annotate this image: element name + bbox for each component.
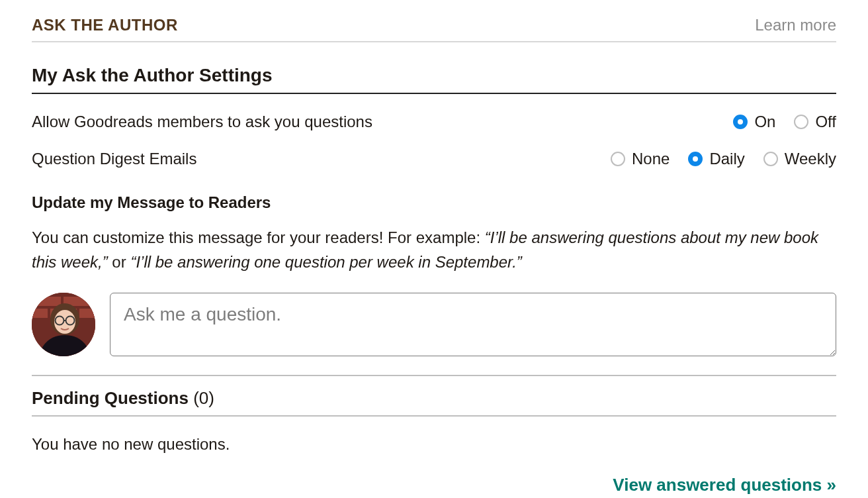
update-message-help: You can customize this message for your … [32,225,836,274]
help-prefix: You can customize this message for your … [32,228,485,246]
settings-section-title: My Ask the Author Settings [32,65,836,94]
update-message-heading: Update my Message to Readers [32,193,836,212]
pending-empty-message: You have no new questions. [32,435,836,454]
help-or: or [108,253,131,271]
allow-questions-radio-group: On Off [733,113,836,131]
radio-icon [794,115,808,129]
help-example-2: “I’ll be answering one question per week… [130,253,521,271]
radio-icon [688,152,703,166]
allow-questions-off-radio[interactable]: Off [794,113,836,131]
pending-questions-section: Pending Questions (0) You have no new qu… [32,375,836,454]
page-header-title: ASK THE AUTHOR [32,16,178,34]
radio-label: Daily [709,150,744,168]
radio-icon [733,115,748,129]
setting-digest-emails: Question Digest Emails None Daily Weekly [32,150,836,168]
radio-icon [763,152,778,166]
digest-radio-group: None Daily Weekly [611,150,836,168]
radio-label: None [632,150,670,168]
svg-rect-4 [32,309,48,318]
pending-questions-count: (0) [193,388,214,408]
radio-label: On [754,113,775,131]
learn-more-link[interactable]: Learn more [755,16,836,34]
digest-weekly-radio[interactable]: Weekly [763,150,836,168]
digest-none-radio[interactable]: None [611,150,670,168]
radio-icon [611,152,625,166]
radio-label: Off [815,113,836,131]
setting-digest-label: Question Digest Emails [32,150,196,168]
digest-daily-radio[interactable]: Daily [688,150,744,168]
avatar-image-icon [32,293,95,356]
svg-rect-6 [79,309,95,318]
pending-questions-title: Pending Questions (0) [32,376,836,417]
view-answered-questions-link[interactable]: View answered questions » [613,475,836,495]
setting-allow-questions-label: Allow Goodreads members to ask you quest… [32,113,372,131]
setting-allow-questions: Allow Goodreads members to ask you quest… [32,113,836,131]
message-to-readers-input[interactable] [110,293,836,356]
pending-questions-label: Pending Questions [32,388,189,408]
svg-rect-2 [34,297,61,306]
compose-row [32,293,836,356]
allow-questions-on-radio[interactable]: On [733,113,775,131]
radio-label: Weekly [785,150,836,168]
author-avatar[interactable] [32,293,95,356]
